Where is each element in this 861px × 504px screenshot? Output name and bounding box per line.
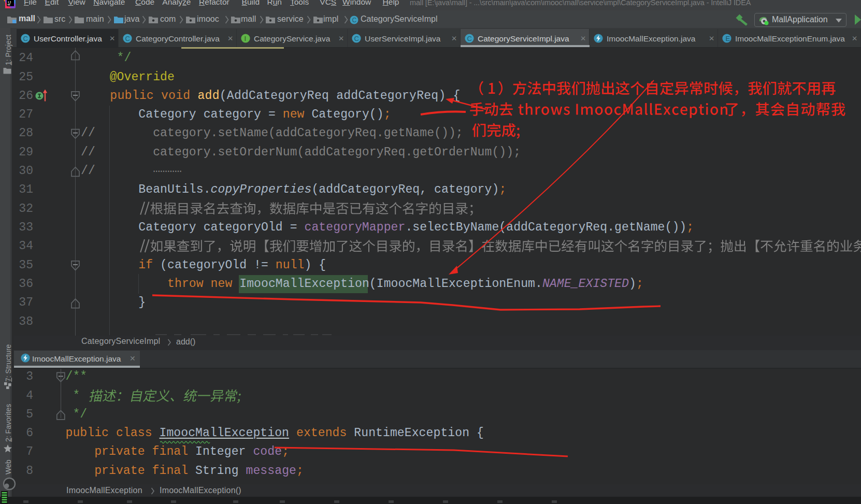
svg-text:C: C [23, 35, 28, 42]
svg-text:IJ: IJ [8, 0, 11, 5]
svg-text:C: C [354, 35, 359, 42]
svg-text:C: C [467, 35, 472, 42]
svg-text:C: C [125, 35, 130, 42]
svg-text:E: E [726, 35, 730, 42]
svg-text:C: C [352, 17, 357, 24]
svg-text:I: I [245, 35, 247, 42]
